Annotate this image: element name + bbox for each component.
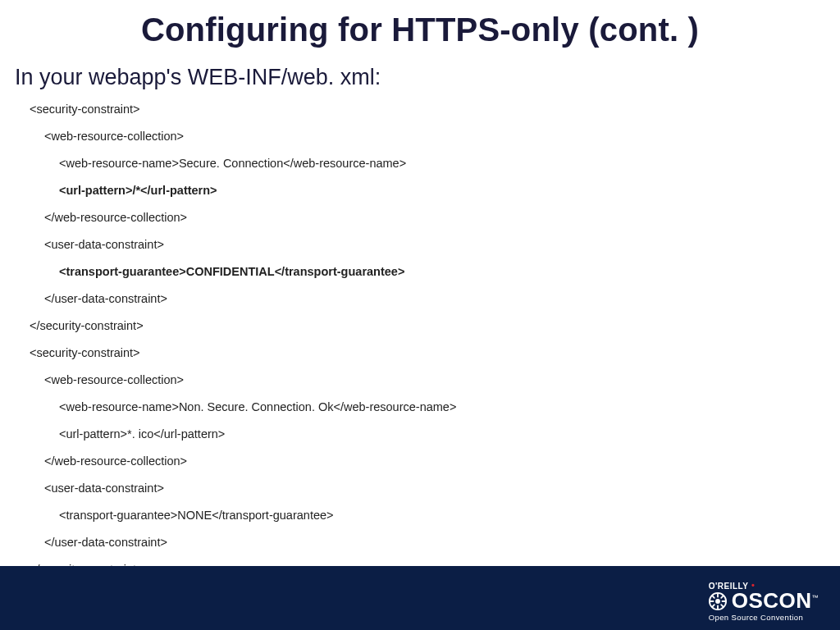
code-line: <transport-guarantee>CONFIDENTIAL</trans… <box>30 266 810 278</box>
svg-point-1 <box>715 599 720 604</box>
code-block: <security-constraint> <web-resource-coll… <box>0 90 840 576</box>
footer-bar: O'REILLY • <box>0 566 840 630</box>
code-line: </security-constraint> <box>30 320 810 332</box>
slide: Configuring for HTTPS-only (cont. ) In y… <box>0 0 840 630</box>
code-line: <web-resource-collection> <box>30 374 810 386</box>
code-line: <user-data-constraint> <box>30 239 810 251</box>
trademark-icon: ™ <box>812 595 819 602</box>
code-line: </user-data-constraint> <box>30 293 810 305</box>
code-line: <web-resource-name>Secure. Connection</w… <box>30 158 810 170</box>
logo-text: OSCON™ <box>732 591 819 611</box>
footer-logo: O'REILLY • <box>709 580 819 622</box>
code-line: <web-resource-collection> <box>30 130 810 143</box>
svg-line-9 <box>712 605 714 607</box>
code-line: <security-constraint> <box>30 347 810 359</box>
code-line: <web-resource-name>Non. Secure. Connecti… <box>30 401 810 413</box>
code-line: </web-resource-collection> <box>30 455 810 468</box>
code-line: </user-data-constraint> <box>30 536 810 549</box>
svg-line-6 <box>712 596 714 598</box>
logo-row: OSCON™ <box>709 591 819 611</box>
code-line: <url-pattern>/*</url-pattern> <box>30 185 810 197</box>
code-line: <user-data-constraint> <box>30 482 810 495</box>
slide-subtitle: In your webapp's WEB-INF/web. xml: <box>0 48 840 90</box>
slide-title: Configuring for HTTPS-only (cont. ) <box>0 0 840 48</box>
code-line: <security-constraint> <box>30 103 810 116</box>
oscon-icon <box>709 592 727 610</box>
code-line: <transport-guarantee>NONE</transport-gua… <box>30 509 810 522</box>
code-line: </web-resource-collection> <box>30 212 810 224</box>
code-line: <url-pattern>*. ico</url-pattern> <box>30 428 810 441</box>
svg-line-7 <box>721 605 724 607</box>
svg-line-8 <box>721 596 724 598</box>
logo-tagline: Open Source Convention <box>709 613 819 622</box>
